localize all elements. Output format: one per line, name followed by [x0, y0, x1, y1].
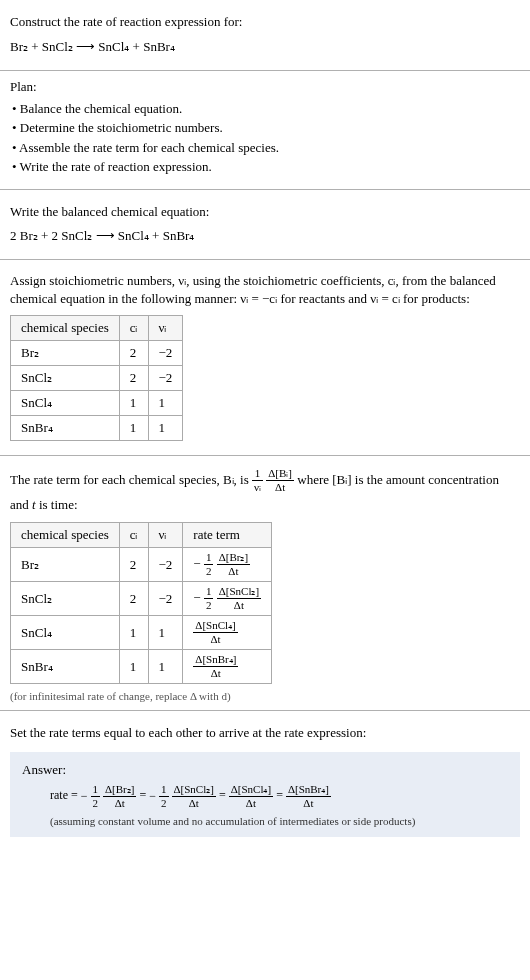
- table-row: SnBr₄11: [11, 415, 183, 440]
- balanced-equation: 2 Br₂ + 2 SnCl₂ ⟶ SnCl₄ + SnBr₄: [10, 226, 520, 247]
- neg-sign: −: [81, 789, 88, 803]
- frac-num: 1: [91, 784, 101, 797]
- rate-expression: rate = − 12 Δ[Br₂]Δt = − 12 Δ[SnCl₂]Δt =…: [22, 784, 508, 809]
- plan-item: • Write the rate of reaction expression.: [10, 157, 520, 177]
- col-species: chemical species: [11, 523, 120, 548]
- cell-ci: 1: [119, 415, 148, 440]
- table-row: SnCl₄11: [11, 390, 183, 415]
- col-ci: cᵢ: [119, 523, 148, 548]
- prompt-text: Construct the rate of reaction expressio…: [10, 12, 520, 33]
- cell-species: SnCl₄: [11, 616, 120, 650]
- stoich-section: Assign stoichiometric numbers, νᵢ, using…: [0, 260, 530, 454]
- infinitesimal-note: (for infinitesimal rate of change, repla…: [10, 690, 520, 702]
- cell-species: SnCl₂: [11, 582, 120, 616]
- cell-species: SnCl₂: [11, 365, 120, 390]
- cell-vi: 1: [148, 650, 183, 684]
- col-vi: νᵢ: [148, 315, 183, 340]
- cell-species: SnCl₄: [11, 390, 120, 415]
- frac-num: Δ[SnBr₄]: [286, 784, 331, 797]
- plan-title: Plan:: [10, 79, 520, 95]
- frac-num: Δ[SnCl₄]: [229, 784, 273, 797]
- answer-box: Answer: rate = − 12 Δ[Br₂]Δt = − 12 Δ[Sn…: [10, 752, 520, 837]
- cell-ci: 2: [119, 582, 148, 616]
- frac-num: Δ[SnCl₂]: [217, 586, 261, 599]
- eq-sep: =: [276, 789, 286, 803]
- unbalanced-equation: Br₂ + SnCl₂ ⟶ SnCl₄ + SnBr₄: [10, 37, 520, 58]
- delta-frac: Δ[Bᵢ]Δt: [266, 468, 294, 493]
- cell-vi: 1: [148, 616, 183, 650]
- col-rate: rate term: [183, 523, 272, 548]
- cell-species: Br₂: [11, 340, 120, 365]
- frac-den: Δt: [217, 599, 261, 611]
- frac-den: Δt: [286, 797, 331, 809]
- cell-ci: 2: [119, 548, 148, 582]
- frac-den: Δt: [266, 481, 294, 493]
- stoich-intro: Assign stoichiometric numbers, νᵢ, using…: [10, 272, 520, 308]
- final-title: Set the rate terms equal to each other t…: [10, 723, 520, 744]
- frac-num: Δ[SnCl₂]: [172, 784, 216, 797]
- frac-den: Δt: [172, 797, 216, 809]
- cell-species: SnBr₄: [11, 650, 120, 684]
- plan-list: • Balance the chemical equation. • Deter…: [10, 99, 520, 177]
- frac-den: 2: [91, 797, 101, 809]
- frac-den: Δt: [229, 797, 273, 809]
- neg-sign: −: [193, 556, 200, 571]
- answer-label: Answer:: [22, 762, 508, 778]
- cell-ci: 1: [119, 650, 148, 684]
- col-vi: νᵢ: [148, 523, 183, 548]
- table-row: Br₂2−2: [11, 340, 183, 365]
- balanced-section: Write the balanced chemical equation: 2 …: [0, 190, 530, 260]
- cell-rate: Δ[SnCl₄]Δt: [183, 616, 272, 650]
- generic-rate-term: 1νᵢ Δ[Bᵢ]Δt: [252, 472, 297, 487]
- frac-den: 2: [159, 797, 169, 809]
- final-section: Set the rate terms equal to each other t…: [0, 711, 530, 845]
- neg-sign: −: [193, 590, 200, 605]
- frac-num: 1: [159, 784, 169, 797]
- frac-den: Δt: [217, 565, 250, 577]
- frac-num: 1: [204, 586, 214, 599]
- frac-den: 2: [204, 565, 214, 577]
- coef-frac: 1νᵢ: [252, 468, 263, 493]
- rate-prefix: rate =: [50, 789, 81, 803]
- table-row: Br₂ 2 −2 − 12 Δ[Br₂]Δt: [11, 548, 272, 582]
- frac-den: 2: [204, 599, 214, 611]
- cell-vi: −2: [148, 340, 183, 365]
- table-header-row: chemical species cᵢ νᵢ: [11, 315, 183, 340]
- cell-vi: 1: [148, 390, 183, 415]
- cell-rate: Δ[SnBr₄]Δt: [183, 650, 272, 684]
- cell-rate: − 12 Δ[SnCl₂]Δt: [183, 582, 272, 616]
- frac-num: 1: [252, 468, 263, 481]
- rateterm-table: chemical species cᵢ νᵢ rate term Br₂ 2 −…: [10, 522, 272, 684]
- cell-vi: 1: [148, 415, 183, 440]
- intro-text-c: is time:: [36, 497, 78, 512]
- table-header-row: chemical species cᵢ νᵢ rate term: [11, 523, 272, 548]
- plan-item: • Balance the chemical equation.: [10, 99, 520, 119]
- eq-sep: =: [219, 789, 229, 803]
- frac-num: Δ[SnCl₄]: [193, 620, 237, 633]
- frac-den: Δt: [193, 633, 237, 645]
- plan-section: Plan: • Balance the chemical equation. •…: [0, 71, 530, 189]
- frac-den: νᵢ: [252, 481, 263, 493]
- cell-species: SnBr₄: [11, 415, 120, 440]
- table-row: SnCl₄ 1 1 Δ[SnCl₄]Δt: [11, 616, 272, 650]
- stoich-table: chemical species cᵢ νᵢ Br₂2−2 SnCl₂2−2 S…: [10, 315, 183, 441]
- plan-item: • Determine the stoichiometric numbers.: [10, 118, 520, 138]
- frac-num: 1: [204, 552, 214, 565]
- col-ci: cᵢ: [119, 315, 148, 340]
- rateterm-intro: The rate term for each chemical species,…: [10, 468, 520, 517]
- balanced-title: Write the balanced chemical equation:: [10, 202, 520, 223]
- table-row: SnCl₂2−2: [11, 365, 183, 390]
- cell-vi: −2: [148, 548, 183, 582]
- cell-ci: 1: [119, 390, 148, 415]
- frac-num: Δ[Br₂]: [217, 552, 250, 565]
- plan-item: • Assemble the rate term for each chemic…: [10, 138, 520, 158]
- cell-vi: −2: [148, 582, 183, 616]
- cell-ci: 2: [119, 365, 148, 390]
- neg-sign: −: [149, 789, 156, 803]
- rateterm-section: The rate term for each chemical species,…: [0, 456, 530, 711]
- table-row: SnCl₂ 2 −2 − 12 Δ[SnCl₂]Δt: [11, 582, 272, 616]
- frac-num: Δ[Bᵢ]: [266, 468, 294, 481]
- col-species: chemical species: [11, 315, 120, 340]
- intro-text-a: The rate term for each chemical species,…: [10, 472, 252, 487]
- table-row: SnBr₄ 1 1 Δ[SnBr₄]Δt: [11, 650, 272, 684]
